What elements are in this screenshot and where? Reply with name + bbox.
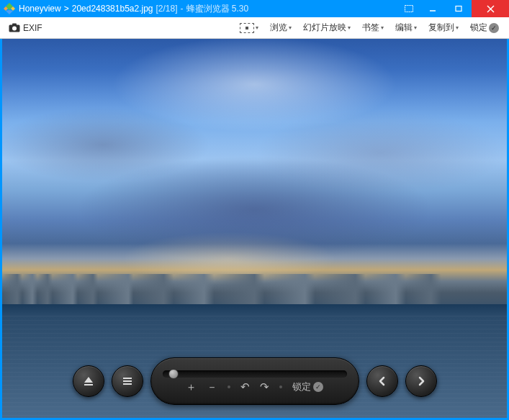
exif-button[interactable]: EXIF xyxy=(6,22,45,35)
edit-label: 编辑 xyxy=(395,22,413,34)
previous-button[interactable] xyxy=(366,365,398,397)
lock-label: 锁定 xyxy=(470,22,487,34)
toolbar: EXIF ▾ 浏览 ▾ 幻灯片放映 ▾ 书签 ▾ 编辑 ▾ 复制到 ▾ 锁定 xyxy=(0,17,509,39)
panel-lock-button[interactable]: 锁定 ✓ xyxy=(292,380,323,393)
fit-icon xyxy=(240,23,254,33)
title-separator: > xyxy=(64,4,69,14)
slider-thumb[interactable] xyxy=(168,369,179,379)
title-filename: 20ed248381b5a2.jpg xyxy=(72,4,153,14)
rotate-left-button[interactable]: ↶ xyxy=(240,380,250,393)
bookmark-button[interactable]: 书签 ▾ xyxy=(358,19,388,36)
menu-button[interactable] xyxy=(112,365,143,397)
zoom-slider[interactable] xyxy=(163,370,347,378)
copy-to-label: 复制到 xyxy=(428,22,454,34)
rotate-right-button[interactable]: ↷ xyxy=(260,380,269,393)
separator-dot xyxy=(279,385,282,388)
title-app-name: Honeyview xyxy=(19,4,61,14)
zoom-out-button[interactable]: － xyxy=(207,380,217,394)
chevron-down-icon: ▾ xyxy=(348,24,351,31)
rotate-ccw-icon: ↶ xyxy=(240,380,250,393)
svg-point-11 xyxy=(12,27,17,31)
plus-icon: ＋ xyxy=(186,380,197,394)
browse-button[interactable]: 浏览 ▾ xyxy=(266,19,296,36)
app-logo-icon xyxy=(3,2,16,15)
minus-icon: － xyxy=(207,380,217,394)
next-button[interactable] xyxy=(405,365,437,397)
edit-button[interactable]: 编辑 ▾ xyxy=(391,19,421,36)
rotate-cw-icon: ↷ xyxy=(260,380,269,393)
check-circle-icon: ✓ xyxy=(489,23,499,33)
bookmark-label: 书签 xyxy=(362,22,379,34)
panel-lock-label: 锁定 xyxy=(292,380,311,393)
minimize-button[interactable] xyxy=(420,0,446,17)
chevron-down-icon: ▾ xyxy=(456,24,459,31)
titlebar: Honeyview > 20ed248381b5a2.jpg [2/18] - … xyxy=(0,0,509,17)
svg-rect-13 xyxy=(84,384,93,385)
maximize-button[interactable] xyxy=(446,0,472,17)
svg-rect-14 xyxy=(123,378,132,379)
svg-rect-4 xyxy=(405,6,413,12)
zoom-in-button[interactable]: ＋ xyxy=(186,380,197,394)
exif-label: EXIF xyxy=(23,23,42,33)
control-panel: ＋ － ↶ ↷ 锁定 ✓ xyxy=(150,357,359,405)
eject-button[interactable] xyxy=(73,365,104,397)
slideshow-button[interactable]: 幻灯片放映 ▾ xyxy=(299,19,355,36)
floating-controls: ＋ － ↶ ↷ 锁定 ✓ xyxy=(73,357,437,405)
title-position: [2/18] xyxy=(156,4,178,14)
copy-to-button[interactable]: 复制到 ▾ xyxy=(424,19,463,36)
close-button[interactable] xyxy=(472,0,509,17)
lock-button[interactable]: 锁定 ✓ xyxy=(466,19,503,36)
title-app-full: 蜂蜜浏览器 5.30 xyxy=(186,3,249,15)
title-dash: - xyxy=(181,4,184,14)
camera-icon xyxy=(9,23,20,32)
chevron-down-icon: ▾ xyxy=(414,24,417,31)
svg-marker-2 xyxy=(6,10,13,14)
chevron-down-icon: ▾ xyxy=(289,24,292,31)
svg-rect-16 xyxy=(123,383,132,385)
fullscreen-button[interactable] xyxy=(398,0,420,17)
window-controls xyxy=(398,0,509,17)
fit-mode-button[interactable]: ▾ xyxy=(235,21,263,35)
chevron-down-icon: ▾ xyxy=(381,24,384,31)
svg-marker-12 xyxy=(84,377,93,383)
check-circle-icon: ✓ xyxy=(313,382,323,392)
window-title: Honeyview > 20ed248381b5a2.jpg [2/18] - … xyxy=(19,3,398,15)
svg-rect-15 xyxy=(123,380,132,382)
separator-dot xyxy=(228,385,230,388)
svg-rect-6 xyxy=(456,6,461,12)
slideshow-label: 幻灯片放映 xyxy=(303,22,346,34)
image-viewer[interactable]: ＋ － ↶ ↷ 锁定 ✓ xyxy=(2,39,507,418)
svg-rect-10 xyxy=(12,24,17,26)
browse-label: 浏览 xyxy=(270,22,287,34)
chevron-down-icon: ▾ xyxy=(256,24,258,31)
